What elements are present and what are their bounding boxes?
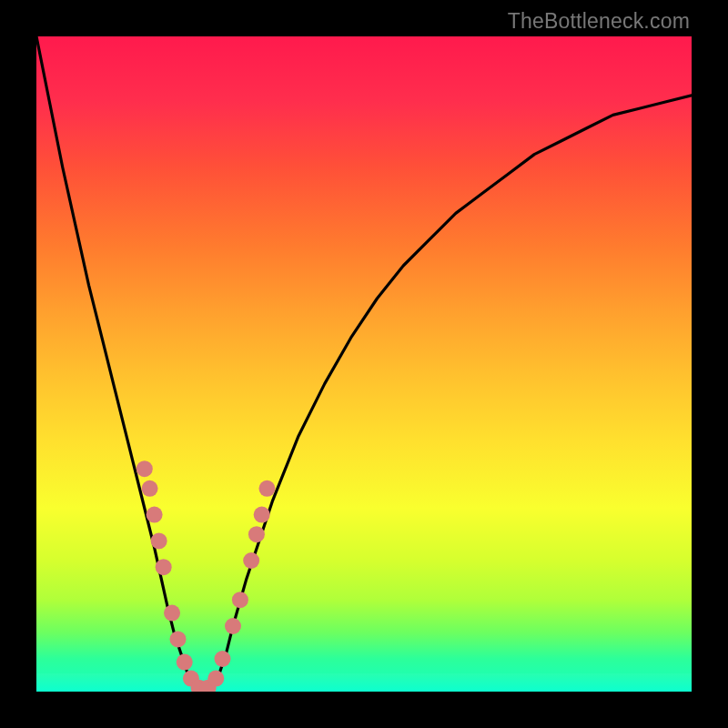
curve-marker [207,671,224,687]
curve-marker [156,559,172,575]
curve-marker [147,507,163,523]
plot-area [36,36,692,692]
chart-overlay [36,36,692,692]
curve-marker [151,532,167,549]
curve-marker [243,552,259,569]
chart-frame: TheBottleneck.com [0,0,728,728]
watermark-text: TheBottleneck.com [508,9,690,34]
curve-marker [232,592,248,608]
curve-marker [214,651,230,667]
bottleneck-curve [36,36,692,692]
curve-marker [177,654,193,671]
curve-marker [248,526,265,542]
curve-marker [254,507,270,523]
curve-marker [170,631,187,647]
curve-marker [136,460,153,477]
curve-markers [136,460,276,692]
curve-marker [258,480,275,497]
curve-marker [142,480,158,497]
curve-marker [225,618,241,634]
curve-marker [164,605,180,622]
